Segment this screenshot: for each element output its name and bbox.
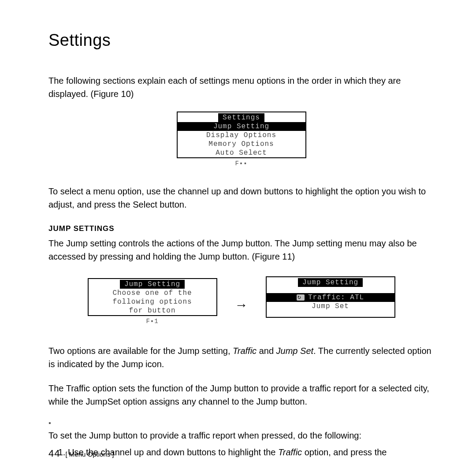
screen-title: Jump Setting [120, 280, 185, 289]
spacer [267, 287, 394, 293]
page-footer: 44 [ Menu Options ] [48, 448, 114, 459]
figure-11-right-column: Jump Setting Traffic: ATL Jump Set . [266, 276, 395, 327]
screen-title: Jump Setting [298, 278, 363, 287]
select-help-paragraph: To select a menu option, use the channel… [48, 185, 434, 211]
jump-setting-prompt-screen: Jump Setting Choose one of the following… [88, 278, 217, 316]
screen-title-bar: Settings [178, 112, 305, 122]
figure-10-caption: F▪▪ [235, 160, 247, 167]
two-options-paragraph: Two options are available for the Jump s… [48, 344, 434, 371]
page-title: Settings [48, 31, 434, 50]
spacer [267, 311, 394, 317]
menu-row-jump-setting: Jump Setting [178, 122, 305, 131]
jump-set-term: Jump Set [276, 346, 313, 356]
text-fragment: option, and press the [302, 447, 387, 457]
lone-glyph: ▪ [48, 419, 434, 427]
figure-11-left-column: Jump Setting Choose one of the following… [88, 278, 217, 325]
settings-menu-screen: Settings Jump Setting Display Options Me… [177, 112, 306, 158]
footer-section: [ Menu Options ] [65, 450, 114, 458]
figure-10-column: Settings Jump Setting Display Options Me… [177, 112, 306, 167]
intro-paragraph: The following sections explain each of s… [48, 74, 434, 100]
figure-11-caption: F▪1 [146, 318, 158, 325]
prompt-line-2: following options [89, 298, 216, 306]
manual-page: Settings The following sections explain … [0, 0, 476, 476]
jump-settings-paragraph: The Jump setting controls the actions of… [48, 237, 434, 263]
jump-setting-options-screen: Jump Setting Traffic: ATL Jump Set [266, 276, 395, 318]
arrow-right-icon: → [235, 298, 248, 312]
menu-row-display-options: Display Options [178, 131, 305, 140]
figure-10: Settings Jump Setting Display Options Me… [48, 112, 434, 167]
screen-title-bar: Jump Setting [89, 279, 216, 289]
prompt-line-1: Choose one of the [89, 289, 216, 298]
step-1: Use the channel up and down buttons to h… [68, 446, 434, 459]
screen-title-bar: Jump Setting [267, 277, 394, 287]
traffic-term: Traffic [233, 346, 257, 356]
option-traffic-label: Traffic: ATL [308, 294, 364, 301]
option-row-jump-set: Jump Set [267, 302, 394, 311]
text-fragment: and [257, 346, 276, 356]
page-number: 44 [48, 448, 60, 459]
option-row-traffic: Traffic: ATL [267, 293, 394, 302]
howto-intro: To set the Jump button to provide a traf… [48, 429, 434, 442]
jump-icon [297, 294, 305, 301]
screen-title: Settings [218, 113, 264, 122]
traffic-term: Traffic [278, 447, 302, 457]
prompt-line-3: for button [89, 306, 216, 315]
menu-row-auto-select: Auto Select [178, 149, 305, 157]
text-fragment: Two options are available for the Jump s… [48, 346, 233, 356]
jump-settings-heading: JUMP SETTINGS [48, 224, 434, 233]
menu-row-memory-options: Memory Options [178, 140, 305, 149]
figure-11: Jump Setting Choose one of the following… [48, 276, 434, 327]
traffic-explain-paragraph: The Traffic option sets the function of … [48, 382, 434, 408]
